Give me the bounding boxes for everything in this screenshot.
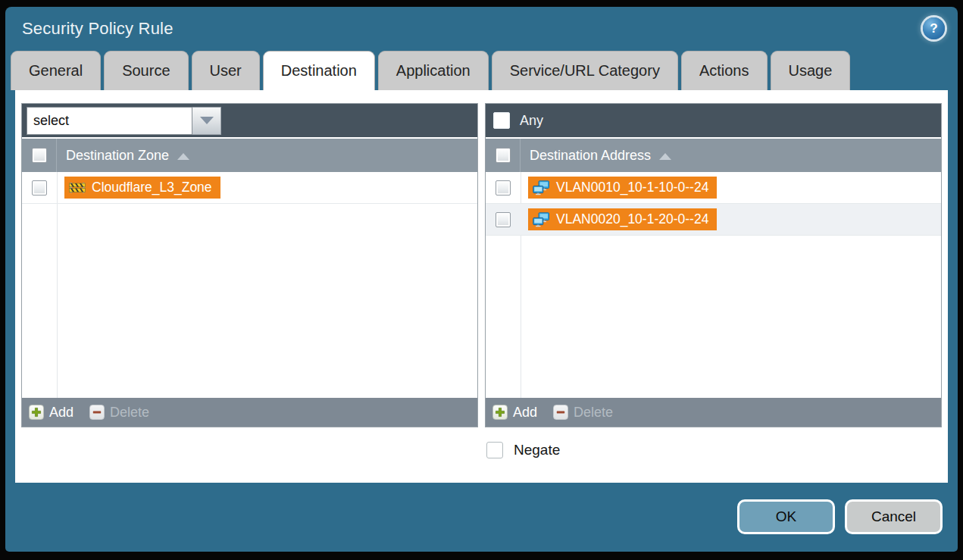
add-icon: [29, 405, 44, 420]
zone-column-header: Destination Zone: [22, 139, 477, 172]
tab-service-url-category[interactable]: Service/URL Category: [492, 51, 678, 90]
any-checkbox[interactable]: [493, 112, 510, 129]
any-label: Any: [520, 113, 543, 129]
zone-list-item[interactable]: Cloudflare_L3_Zone: [22, 172, 477, 204]
address-column-title[interactable]: Destination Address: [530, 148, 651, 164]
address-name: VLAN0010_10-1-10-0--24: [556, 180, 708, 196]
address-column: Any Destination Address: [485, 103, 942, 483]
address-list-item[interactable]: VLAN0020_10-1-20-0--24: [486, 204, 941, 236]
address-icon: [533, 212, 550, 227]
tab-usage[interactable]: Usage: [771, 51, 851, 90]
tab-application[interactable]: Application: [378, 51, 489, 90]
sort-ascending-icon: [659, 153, 671, 160]
address-add-button[interactable]: Add: [492, 405, 537, 421]
zone-select-input[interactable]: [27, 107, 192, 135]
address-footer: Add Delete: [486, 398, 941, 427]
address-chip[interactable]: VLAN0020_10-1-20-0--24: [528, 208, 717, 230]
tab-destination[interactable]: Destination: [263, 51, 375, 90]
chevron-down-icon: [200, 117, 214, 124]
dialog-title: Security Policy Rule: [22, 19, 174, 39]
security-policy-rule-dialog: Security Policy Rule ? General Source Us…: [5, 7, 958, 552]
address-list: VLAN0010_10-1-10-0--24: [486, 172, 941, 398]
tab-bar: General Source User Destination Applicat…: [5, 51, 958, 90]
address-row-checkbox[interactable]: [496, 212, 511, 227]
tab-general[interactable]: General: [11, 51, 101, 90]
add-icon: [492, 405, 508, 420]
destination-zone-panel: Destination Zone: [21, 103, 478, 427]
zone-toolbar: [22, 104, 477, 139]
tab-source[interactable]: Source: [104, 51, 188, 90]
destination-address-panel: Any Destination Address: [485, 103, 942, 427]
zone-list: Cloudflare_L3_Zone: [22, 172, 477, 398]
address-chip[interactable]: VLAN0010_10-1-10-0--24: [528, 177, 717, 199]
address-column-header: Destination Address: [486, 139, 941, 172]
zone-name: Cloudflare_L3_Zone: [92, 180, 212, 196]
zone-row-checkbox[interactable]: [32, 180, 47, 196]
title-bar: Security Policy Rule ?: [5, 7, 958, 51]
destination-tab-content: Destination Zone: [15, 90, 948, 483]
dialog-buttons: OK Cancel: [737, 499, 943, 534]
zone-icon: [69, 181, 86, 194]
zone-delete-button[interactable]: Delete: [89, 405, 149, 421]
address-toolbar: Any: [486, 104, 941, 139]
negate-checkbox[interactable]: [486, 442, 503, 458]
delete-icon: [89, 405, 105, 420]
help-icon[interactable]: ?: [923, 17, 945, 39]
delete-icon: [553, 405, 568, 420]
cancel-button[interactable]: Cancel: [845, 499, 943, 534]
zone-select-combo: [27, 107, 221, 135]
tab-user[interactable]: User: [192, 51, 260, 90]
address-row-checkbox[interactable]: [496, 180, 511, 196]
negate-row: Negate: [485, 442, 942, 458]
negate-label: Negate: [514, 442, 560, 458]
address-select-all-checkbox[interactable]: [496, 148, 511, 163]
zone-add-button[interactable]: Add: [29, 405, 73, 421]
ok-button[interactable]: OK: [737, 499, 835, 534]
address-icon: [533, 180, 550, 196]
address-name: VLAN0020_10-1-20-0--24: [556, 211, 708, 227]
zone-column: Destination Zone: [21, 103, 478, 483]
tab-actions[interactable]: Actions: [681, 51, 768, 90]
address-list-item[interactable]: VLAN0010_10-1-10-0--24: [486, 172, 941, 204]
sort-ascending-icon: [177, 153, 189, 160]
zone-select-dropdown-button[interactable]: [192, 107, 221, 135]
zone-select-all-checkbox[interactable]: [32, 148, 47, 163]
zone-footer: Add Delete: [22, 398, 477, 427]
zone-column-title[interactable]: Destination Zone: [66, 148, 169, 164]
zone-chip[interactable]: Cloudflare_L3_Zone: [64, 177, 220, 199]
address-delete-button[interactable]: Delete: [553, 405, 613, 421]
